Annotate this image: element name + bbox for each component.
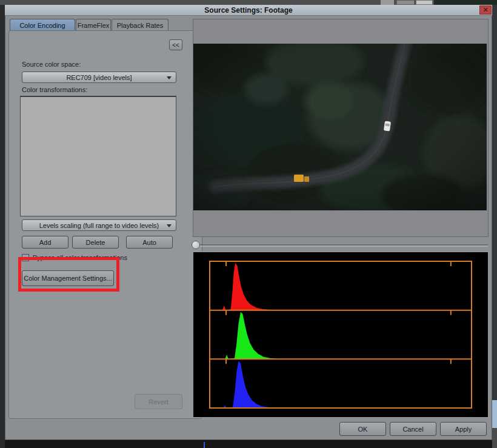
screen: Source Settings: Footage ✕ Color Encodin…	[0, 0, 497, 448]
dialog-titlebar[interactable]: Source Settings: Footage	[5, 5, 492, 16]
annotation-highlight-rectangle	[18, 257, 119, 292]
chevron-down-icon	[167, 224, 172, 227]
close-icon[interactable]: ✕	[479, 5, 492, 15]
background-scrollbar-sliver	[492, 400, 497, 428]
background-right-strip-lower	[492, 428, 497, 448]
vignette-overlay	[193, 44, 487, 210]
tab-playback-rates[interactable]: Playback Rates	[112, 19, 168, 31]
dialog-title: Source Settings: Footage	[204, 6, 292, 15]
add-button[interactable]: Add	[22, 236, 68, 249]
delete-button[interactable]: Delete	[72, 236, 119, 249]
background-app-video-sliver	[434, 0, 497, 5]
auto-button[interactable]: Auto	[126, 236, 173, 249]
color-transformations-label: Color transformations:	[22, 86, 87, 93]
apply-button[interactable]: Apply	[440, 422, 487, 436]
position-slider-thumb[interactable]	[192, 241, 200, 249]
background-app-element	[416, 0, 433, 5]
histogram-border	[210, 261, 472, 408]
background-app-element	[396, 0, 415, 5]
revert-button[interactable]: Revert	[135, 394, 182, 409]
chevron-down-icon	[167, 76, 172, 79]
levels-scaling-dropdown[interactable]: Levels scaling (full range to video leve…	[22, 219, 176, 231]
color-transformations-list[interactable]	[20, 96, 176, 216]
histogram-green-channel	[225, 312, 279, 359]
source-color-space-dropdown[interactable]: REC709 [video levels]	[22, 72, 176, 83]
tab-color-encoding[interactable]: Color Encoding	[10, 19, 75, 31]
video-preview	[193, 44, 487, 210]
cancel-button[interactable]: Cancel	[390, 422, 436, 436]
tab-frameflex[interactable]: FrameFlex	[76, 19, 111, 31]
background-left-strip	[0, 5, 5, 448]
collapse-panel-button[interactable]: <<	[169, 39, 182, 50]
histogram-red-channel	[222, 263, 278, 310]
source-color-space-label: Source color space:	[22, 61, 81, 68]
ok-button[interactable]: OK	[339, 422, 386, 436]
position-slider-track[interactable]	[193, 244, 488, 247]
background-bottom-strip	[5, 440, 492, 448]
background-app-element	[381, 0, 394, 5]
background-right-strip	[492, 5, 497, 448]
background-position-indicator	[204, 442, 205, 448]
rgb-histogram-panel	[193, 252, 489, 418]
histogram-blue-channel	[224, 361, 278, 408]
